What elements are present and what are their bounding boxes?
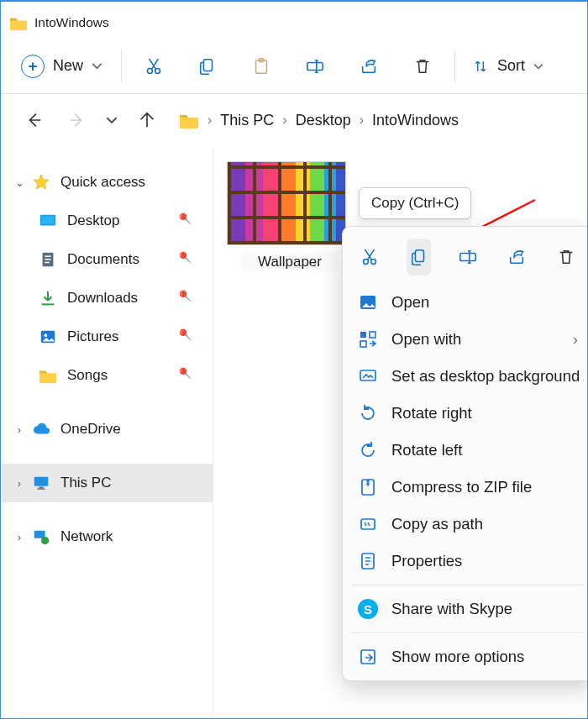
breadcrumb[interactable]: › This PC › Desktop › IntoWindows bbox=[179, 112, 459, 129]
copy-button[interactable] bbox=[181, 47, 234, 86]
svg-point-13 bbox=[44, 333, 47, 337]
ctx-properties[interactable]: Properties bbox=[343, 543, 588, 580]
new-label: New bbox=[53, 57, 83, 75]
chevron-down-icon bbox=[106, 114, 118, 126]
toolbar-separator bbox=[121, 50, 122, 82]
toolbar-separator bbox=[454, 50, 455, 82]
context-menu-icon-row bbox=[343, 234, 588, 284]
svg-rect-22 bbox=[415, 250, 423, 262]
cloud-icon bbox=[32, 420, 50, 438]
sidebar-item-songs[interactable]: Songs 📍 bbox=[2, 356, 213, 395]
chevron-down-icon bbox=[533, 61, 543, 71]
sidebar-item-downloads[interactable]: Downloads 📍 bbox=[2, 279, 213, 318]
label: Show more options bbox=[391, 648, 524, 666]
downloads-icon bbox=[39, 289, 57, 307]
delete-icon bbox=[413, 57, 432, 76]
sidebar-network[interactable]: › Network bbox=[2, 517, 213, 556]
rotate-left-icon bbox=[358, 440, 378, 460]
forward-button[interactable] bbox=[58, 102, 95, 139]
svg-rect-25 bbox=[360, 332, 366, 338]
more-icon bbox=[358, 647, 378, 667]
delete-button[interactable] bbox=[396, 47, 449, 86]
ctx-cut-button[interactable] bbox=[358, 239, 381, 276]
cut-icon bbox=[144, 57, 163, 76]
arrow-left-icon bbox=[25, 111, 44, 129]
pin-icon: 📍 bbox=[174, 286, 197, 309]
ctx-delete-button[interactable] bbox=[554, 239, 578, 276]
sidebar-quick-access[interactable]: ⌄ Quick access bbox=[2, 163, 213, 202]
rename-button[interactable] bbox=[288, 47, 342, 86]
ctx-set-background[interactable]: Set as desktop background bbox=[343, 358, 588, 395]
ctx-open-with[interactable]: Open with › bbox=[343, 321, 588, 358]
rename-icon bbox=[306, 57, 324, 76]
label: Network bbox=[60, 528, 113, 545]
svg-point-20 bbox=[364, 260, 369, 265]
sidebar-this-pc[interactable]: › This PC bbox=[2, 464, 213, 502]
svg-rect-23 bbox=[460, 253, 475, 260]
ctx-share-skype[interactable]: S Share with Skype bbox=[343, 590, 588, 627]
file-item-wallpaper[interactable]: Wallpaper bbox=[227, 161, 353, 272]
ctx-rotate-right[interactable]: Rotate right bbox=[343, 395, 588, 432]
svg-point-0 bbox=[147, 68, 152, 73]
context-menu-separator bbox=[351, 632, 585, 633]
label: Open with bbox=[391, 330, 461, 349]
recent-button[interactable] bbox=[100, 102, 123, 139]
svg-rect-32 bbox=[361, 650, 375, 664]
chevron-right-icon: › bbox=[573, 330, 578, 349]
window-title: IntoWindows bbox=[34, 15, 109, 30]
label: Pictures bbox=[67, 328, 118, 345]
label: Rotate right bbox=[391, 404, 472, 422]
openwith-icon bbox=[358, 329, 378, 349]
paste-button[interactable] bbox=[234, 47, 288, 86]
context-menu: Open Open with › Set as desktop backgrou… bbox=[342, 226, 588, 681]
window-icon bbox=[9, 15, 28, 30]
file-explorer-window: IntoWindows + New Sort bbox=[0, 0, 588, 719]
cut-icon bbox=[360, 248, 379, 266]
back-button[interactable] bbox=[16, 102, 53, 139]
chevron-right-icon: › bbox=[360, 113, 364, 128]
file-thumbnail bbox=[227, 161, 346, 245]
label: Properties bbox=[391, 552, 462, 570]
rename-icon bbox=[459, 248, 477, 266]
label: This PC bbox=[60, 475, 111, 491]
ctx-compress-zip[interactable]: Compress to ZIP file bbox=[343, 469, 588, 506]
sidebar-item-documents[interactable]: Documents 📍 bbox=[2, 240, 213, 279]
zip-icon bbox=[358, 477, 378, 497]
sidebar-onedrive[interactable]: › OneDrive bbox=[2, 410, 213, 449]
ctx-copy-as-path[interactable]: Copy as path bbox=[343, 506, 588, 543]
pin-icon: 📍 bbox=[174, 247, 197, 270]
rotate-right-icon bbox=[358, 403, 378, 423]
crumb-desktop[interactable]: Desktop bbox=[296, 112, 351, 129]
ctx-open[interactable]: Open bbox=[343, 284, 588, 321]
toolbar: + New Sort bbox=[1, 39, 587, 94]
new-button[interactable]: + New bbox=[16, 47, 116, 86]
chevron-right-icon: › bbox=[282, 113, 286, 128]
sidebar-item-desktop[interactable]: Desktop 📍 bbox=[2, 202, 213, 240]
svg-rect-10 bbox=[45, 259, 50, 260]
crumb-intowindows[interactable]: IntoWindows bbox=[372, 112, 459, 129]
star-icon bbox=[32, 173, 50, 192]
label: Rotate left bbox=[391, 441, 462, 459]
label: Compress to ZIP file bbox=[391, 478, 532, 496]
file-name: Wallpaper bbox=[241, 252, 339, 272]
sidebar-item-pictures[interactable]: Pictures 📍 bbox=[2, 318, 213, 356]
pin-icon: 📍 bbox=[174, 363, 197, 386]
ctx-share-button[interactable] bbox=[505, 239, 528, 276]
copy-icon bbox=[198, 57, 217, 76]
photo-icon bbox=[358, 292, 378, 312]
ctx-show-more-options[interactable]: Show more options bbox=[343, 638, 588, 675]
tooltip-copy: Copy (Ctrl+C) bbox=[359, 187, 471, 219]
cut-button[interactable] bbox=[127, 47, 181, 86]
crumb-this-pc[interactable]: This PC bbox=[220, 112, 274, 129]
svg-rect-9 bbox=[45, 255, 50, 256]
ctx-copy-button[interactable] bbox=[407, 239, 430, 276]
ctx-rotate-left[interactable]: Rotate left bbox=[343, 432, 588, 469]
up-button[interactable] bbox=[129, 102, 165, 139]
sort-button[interactable]: Sort bbox=[460, 47, 555, 86]
label: Open bbox=[391, 293, 429, 312]
folder-icon bbox=[39, 366, 57, 385]
share-button[interactable] bbox=[342, 47, 396, 86]
ctx-rename-button[interactable] bbox=[456, 239, 480, 276]
documents-icon bbox=[39, 250, 57, 269]
svg-point-18 bbox=[41, 537, 49, 544]
